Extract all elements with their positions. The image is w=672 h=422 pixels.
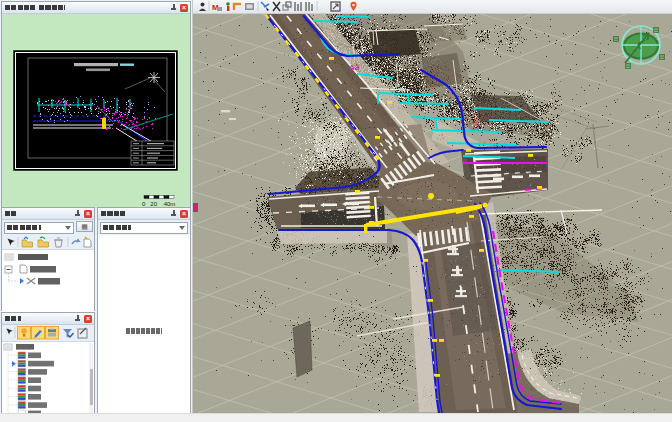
svg-text:A3: A3 (349, 63, 360, 72)
